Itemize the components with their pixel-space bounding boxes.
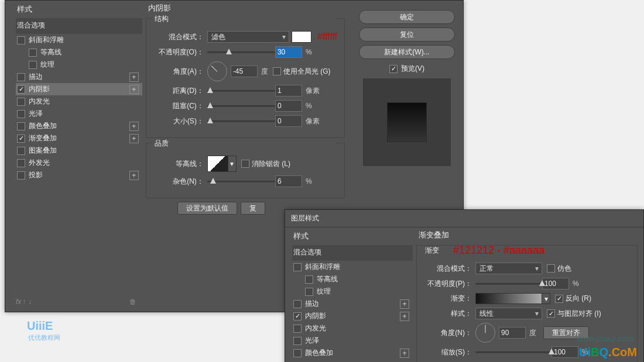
style-inner-shadow-2[interactable]: 内阴影+: [292, 310, 413, 322]
opacity-label: 不透明度(O)：: [153, 47, 204, 57]
plus-icon[interactable]: +: [129, 122, 139, 131]
dialog-title: 图层样式: [285, 210, 643, 227]
style-bevel-2[interactable]: 斜面和浮雕: [292, 261, 413, 273]
blend-options-row[interactable]: 混合选项: [16, 18, 142, 34]
style-stroke-2[interactable]: 描边+: [292, 298, 413, 310]
angle-label: 角度(A)：: [153, 67, 204, 77]
style-contour-2[interactable]: 等高线: [292, 273, 413, 285]
opacity-input[interactable]: [275, 46, 302, 58]
choke-input[interactable]: [275, 100, 302, 112]
down-arrow-icon[interactable]: ↓: [28, 298, 32, 306]
plus-icon[interactable]: +: [129, 85, 139, 94]
style-outer-glow[interactable]: 外发光: [16, 157, 142, 169]
opacity-input-2[interactable]: [542, 278, 569, 289]
grad-style-dropdown[interactable]: 线性: [475, 308, 542, 319]
up-arrow-icon[interactable]: ↑: [22, 298, 26, 306]
reverse-checkbox[interactable]: 反向 (R): [555, 294, 591, 304]
style-inner-glow[interactable]: 内发光: [16, 95, 142, 108]
style-inner-glow-2[interactable]: 内发光: [292, 322, 413, 335]
angle-input-2[interactable]: [499, 327, 526, 339]
plus-icon[interactable]: +: [400, 299, 409, 309]
uiiiuiii-logo: UiiiE: [27, 319, 53, 333]
align-layer-checkbox[interactable]: 与图层对齐 (I): [547, 309, 601, 319]
style-texture-2[interactable]: 纹理: [292, 285, 413, 298]
size-slider[interactable]: [207, 116, 275, 126]
styles-list-panel: 样式 混合选项 斜面和浮雕 等高线 纹理 描边+ 内阴影+ 内发光 光泽 颜色叠…: [5, 1, 142, 312]
scale-input[interactable]: [551, 346, 578, 358]
plus-icon[interactable]: +: [129, 171, 139, 180]
style-stroke[interactable]: 描边+: [16, 71, 142, 83]
plus-icon[interactable]: +: [129, 134, 139, 143]
ok-button[interactable]: 确定: [359, 10, 455, 24]
gradient-picker[interactable]: [475, 293, 542, 304]
noise-label: 杂色(N)：: [153, 177, 204, 187]
style-color-overlay-2[interactable]: 颜色叠加+: [292, 347, 413, 359]
plus-icon[interactable]: +: [400, 312, 409, 321]
dither-checkbox[interactable]: 仿色: [547, 264, 571, 274]
color-swatch[interactable]: [292, 31, 311, 43]
angle-dial[interactable]: [207, 61, 227, 81]
uibq-logo: UiBQ.CoM: [579, 346, 637, 359]
choke-slider[interactable]: [207, 101, 275, 111]
scale-slider[interactable]: [475, 347, 551, 357]
set-default-button[interactable]: 设置为默认值: [177, 202, 237, 215]
blend-mode-dropdown[interactable]: 滤色: [207, 31, 289, 43]
angle-dial-2[interactable]: [475, 323, 495, 343]
psaiz-watermark: www.psaiz.com: [577, 334, 633, 343]
noise-slider[interactable]: [207, 177, 275, 186]
style-satin-2[interactable]: 光泽: [292, 335, 413, 347]
opacity-slider[interactable]: [207, 47, 275, 57]
fx-icon[interactable]: fx: [16, 298, 21, 306]
quality-group: 品质 等高线： ▾ 消除锯齿 (L) 杂色(N)： %: [146, 143, 345, 198]
plus-icon[interactable]: +: [400, 349, 409, 358]
fx-toolbar: fx↑↓ 🗑: [16, 298, 136, 306]
style-gradient-overlay[interactable]: 渐变叠加+: [16, 132, 142, 144]
global-light-checkbox[interactable]: 使用全局光 (G): [273, 67, 331, 77]
style-drop-shadow[interactable]: 投影+: [16, 169, 142, 181]
trash-icon[interactable]: 🗑: [129, 298, 136, 306]
preview-checkbox[interactable]: 预览(V): [351, 64, 463, 74]
noise-input[interactable]: [275, 175, 302, 187]
style-color-overlay[interactable]: 颜色叠加+: [16, 120, 142, 132]
new-style-button[interactable]: 新建样式(W)...: [359, 45, 455, 59]
opacity-slider-2[interactable]: [475, 279, 542, 288]
blend-mode-label: 混合模式：: [153, 32, 204, 42]
blend-mode-dropdown-2[interactable]: 正常: [475, 263, 542, 274]
style-bevel[interactable]: 斜面和浮雕: [16, 34, 142, 46]
gradient-annotation: #121212 - #aaaaaa: [453, 244, 544, 257]
distance-input[interactable]: [275, 85, 302, 96]
distance-slider[interactable]: [207, 86, 275, 95]
structure-group: 结构 混合模式： 滤色 #ffffff 不透明度(O)： %: [146, 18, 345, 138]
style-inner-shadow[interactable]: 内阴影+: [16, 83, 142, 95]
contour-label: 等高线：: [153, 159, 204, 169]
blend-mode-label-2: 混合模式：: [424, 264, 472, 274]
style-satin[interactable]: 光泽: [16, 108, 142, 120]
gradient-dropdown-icon[interactable]: ▾: [542, 293, 550, 304]
cancel-button[interactable]: 复位: [359, 27, 455, 42]
plus-icon[interactable]: +: [129, 73, 139, 82]
angle-input[interactable]: [231, 65, 258, 77]
anti-alias-checkbox[interactable]: 消除锯齿 (L): [241, 159, 290, 169]
styles-header: 样式: [16, 1, 142, 18]
gradient-group: 渐变 #121212 - #aaaaaa 混合模式： 正常 仿色 不透明度(P)…: [416, 245, 638, 362]
choke-label: 阻塞(C)：: [153, 101, 204, 111]
style-texture[interactable]: 纹理: [16, 58, 142, 71]
color-annotation: #ffffff: [317, 32, 337, 42]
style-pattern-overlay[interactable]: 图案叠加: [16, 144, 142, 157]
size-input[interactable]: [275, 115, 302, 127]
panel-title: 内阴影: [142, 3, 351, 13]
uiiiuiii-sub: 优优教程网: [28, 333, 60, 342]
distance-label: 距离(D)：: [153, 86, 204, 96]
contour-picker[interactable]: ▾: [207, 156, 237, 172]
styles-list-panel-2: 样式 混合选项 斜面和浮雕 等高线 纹理 描边+ 内阴影+ 内发光 光泽 颜色叠…: [285, 227, 413, 362]
reset-default-button[interactable]: 复: [241, 202, 265, 215]
preview-thumbnail: [363, 78, 451, 166]
style-contour[interactable]: 等高线: [16, 46, 142, 58]
size-label: 大小(S)：: [153, 116, 204, 126]
checkbox[interactable]: [17, 36, 25, 44]
panel-title-2: 渐变叠加: [413, 230, 643, 240]
